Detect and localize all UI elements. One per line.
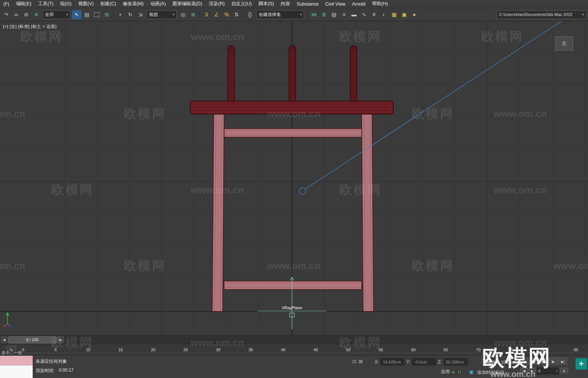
chevron-down-icon: ▾ — [172, 13, 174, 16]
time-slider-right-arrow[interactable]: ▶ — [57, 336, 64, 343]
time-slider[interactable]: ◀ 0 / 100 ▶ — [0, 335, 588, 344]
listener-row[interactable] — [0, 365, 33, 378]
align-icon[interactable]: ≣ — [319, 10, 329, 19]
menu-item-9[interactable]: 渲染(R) — [206, 1, 228, 7]
select-object-icon[interactable]: ↖ — [72, 10, 81, 19]
mirror-icon[interactable]: ⋈ — [309, 10, 319, 19]
material-editor-icon[interactable]: ◐ — [379, 10, 389, 19]
enabled-led-icon[interactable]: ● — [452, 369, 455, 375]
menu-item-10[interactable]: 自定义(U) — [228, 1, 255, 7]
select-and-link-icon[interactable]: ∞ — [12, 10, 21, 19]
playback-controls: |◀◀|▶|▶▶| — [520, 358, 567, 366]
window-crossing-icon[interactable]: ⊞ — [102, 10, 112, 19]
project-path-field[interactable]: C:\Users\Han\Documents\3ds Max 2022 ▾ — [497, 10, 587, 19]
spinner-icon[interactable]: ▴▾ — [556, 369, 558, 373]
selection-lock-icon[interactable]: ⊠ — [359, 359, 363, 364]
table-stretcher-upper[interactable] — [224, 129, 362, 137]
render-setup-icon[interactable]: ▦ — [390, 10, 399, 19]
next-key-button[interactable]: ▶ — [529, 368, 536, 374]
time-tag-cube-icon[interactable]: ▣ — [469, 369, 474, 375]
trackbar-tick: 45 — [313, 348, 318, 352]
menu-item-13[interactable]: Substance — [293, 1, 322, 7]
trackbar-tick: 70 — [476, 348, 481, 352]
viewport-label[interactable]: [+] [左] [标准] [粘土 + 边面] — [3, 24, 56, 29]
ribbon-icon[interactable]: ▬ — [349, 10, 359, 19]
next-frame-button[interactable]: |▶ — [549, 358, 558, 366]
play-button[interactable]: ▶ — [539, 358, 548, 366]
menu-item-6[interactable]: 修改器(M) — [119, 1, 147, 7]
vray-plane-label: VRayPlane — [282, 306, 302, 310]
scene-explorer-icon[interactable]: ▤ — [329, 10, 339, 19]
rendered-frame-icon[interactable]: ▣ — [400, 10, 409, 19]
edit-named-sets-icon[interactable]: {} — [245, 10, 255, 19]
menu-item-14[interactable]: Civil View — [322, 1, 349, 7]
angle-snap-icon[interactable]: ∠ — [212, 10, 221, 19]
layer-explorer-icon[interactable]: ≡ — [339, 10, 349, 19]
table-leg-left[interactable] — [212, 113, 224, 311]
select-and-move-icon[interactable]: + — [116, 10, 125, 19]
table-stretcher-lower[interactable] — [224, 281, 362, 290]
table-leg-right[interactable] — [362, 113, 374, 311]
prev-key-button[interactable]: ◀ — [520, 368, 528, 374]
menu-item-7[interactable]: 动画(A) — [147, 1, 169, 7]
snap-toggle-icon[interactable]: 3 — [202, 10, 211, 19]
status-led-icon[interactable]: O — [457, 369, 462, 374]
prev-frame-button[interactable]: ◀| — [529, 358, 538, 366]
menu-item-12[interactable]: 内容 — [277, 1, 293, 7]
rect-select-icon[interactable] — [92, 10, 101, 19]
menu-item-4[interactable]: 视图(V) — [75, 1, 97, 7]
redo-icon[interactable]: ↷ — [1, 10, 11, 19]
target-circle[interactable] — [299, 188, 306, 194]
menu-item-3[interactable]: 组(G) — [57, 1, 75, 7]
filter-dropdown[interactable]: 全部▾ — [43, 10, 70, 19]
menu-item-16[interactable]: 帮助(H) — [369, 1, 391, 7]
status-bar: 未选定任何对象 渲染时间 0:00:17 ⊡ ⊠ X: 14.628cm Y: … — [0, 355, 588, 378]
current-frame-field[interactable]: 0▴▾ — [537, 368, 559, 374]
maxscript-mini-listener[interactable] — [0, 356, 33, 378]
viewport-left[interactable]: [+] [左] [标准] [粘土 + 边面] 左 — [0, 21, 588, 335]
curve-editor-icon[interactable]: ∿ — [359, 10, 369, 19]
z-field[interactable]: 56.308cm — [444, 358, 468, 365]
select-and-scale-icon[interactable]: ⇲ — [136, 10, 145, 19]
chevron-down-icon: ▾ — [66, 13, 68, 16]
unlink-selection-icon[interactable]: ⊘ — [22, 10, 31, 19]
coord-dropdown-value: 视图 — [149, 12, 158, 18]
time-slider-bubble[interactable]: 0 / 100 — [8, 336, 56, 343]
select-and-rotate-icon[interactable]: ↻ — [126, 10, 135, 19]
time-slider-left-arrow[interactable]: ◀ — [1, 336, 7, 343]
isolate-selection-icon[interactable]: ⊡ — [352, 359, 356, 364]
use-pivot-center-icon[interactable]: ◎ — [178, 10, 188, 19]
menu-item-8[interactable]: 图形编辑器(D) — [169, 1, 206, 7]
track-bar[interactable]: ∿ 0510152025303540455055606570758085 多个。… — [0, 344, 588, 356]
schematic-view-icon[interactable]: # — [369, 10, 379, 19]
go-start-button[interactable]: |◀ — [520, 358, 529, 366]
filter-dropdown-value: 全部 — [45, 12, 54, 18]
coord-dropdown[interactable]: 视图▾ — [147, 10, 177, 19]
render-production-icon[interactable]: ● — [410, 10, 419, 19]
viewcube-face-label: 左 — [562, 40, 567, 47]
toolbar-separator — [200, 10, 200, 19]
select-by-name-icon[interactable]: ▤ — [82, 10, 91, 19]
percent-snap-icon[interactable]: % — [222, 10, 231, 19]
sets-dropdown[interactable]: 创建选择集▾ — [256, 10, 304, 19]
select-and-manipulate-icon[interactable]: ⊕ — [188, 10, 198, 19]
spinner-snap-icon[interactable]: ⇅ — [232, 10, 241, 19]
menu-item-2[interactable]: 工具(T) — [35, 1, 57, 7]
menu-item-15[interactable]: Arnold — [349, 1, 369, 7]
menu-item-11[interactable]: 脚本(S) — [255, 1, 277, 7]
bind-to-space-warp-icon[interactable]: ≋ — [32, 10, 41, 19]
x-field[interactable]: 14.628cm — [381, 358, 404, 365]
menu-item-1[interactable]: 编辑(E) — [13, 1, 35, 7]
menu-item-5[interactable]: 创建(C) — [97, 1, 119, 7]
y-field[interactable]: -0.0cm — [412, 358, 436, 365]
maximize-viewport-button[interactable]: + — [575, 358, 587, 370]
go-end-button[interactable]: ▶| — [558, 358, 567, 366]
add-time-tag[interactable]: 添加时间标记 — [477, 369, 504, 376]
y-label: Y: — [406, 359, 410, 365]
trackbar-tick: 20 — [151, 348, 155, 352]
menu-item-0[interactable]: (F) — [0, 1, 13, 7]
macro-recorder-row[interactable] — [0, 356, 33, 365]
viewcube[interactable]: 左 — [555, 36, 573, 51]
key-mode-toggle-button[interactable]: ⊚ — [560, 368, 568, 374]
viewport-canvas[interactable]: VRayPlane — [0, 21, 588, 335]
